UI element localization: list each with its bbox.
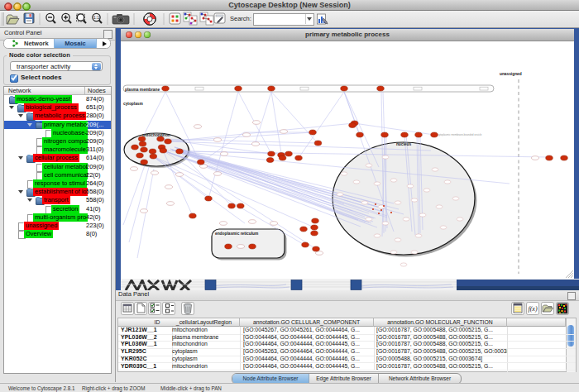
- svg-text:nucleus: nucleus: [396, 142, 411, 146]
- svg-text:1:1: 1:1: [93, 15, 99, 20]
- svg-text:cytoplasm: cytoplasm: [123, 102, 143, 106]
- svg-text:cytoplasmic membrane-bounded v: cytoplasmic membrane-bounded vesicle: [438, 133, 482, 136]
- svg-text:mitochondrion: mitochondrion: [142, 133, 170, 137]
- svg-text:plasma membrane: plasma membrane: [125, 88, 160, 92]
- svg-text:f(x): f(x): [528, 305, 537, 313]
- svg-text:unassigned: unassigned: [500, 72, 522, 76]
- svg-text:endoplasmic reticulum: endoplasmic reticulum: [215, 232, 258, 236]
